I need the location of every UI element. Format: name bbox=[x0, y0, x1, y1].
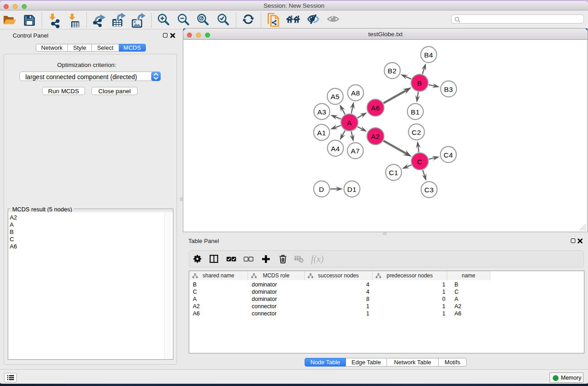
svg-text:C3: C3 bbox=[424, 186, 434, 194]
svg-text:A5: A5 bbox=[330, 93, 339, 100]
svg-text:A: A bbox=[347, 119, 352, 127]
svg-text:A2: A2 bbox=[371, 133, 380, 140]
svg-text:A7: A7 bbox=[351, 147, 360, 155]
svg-text:A3: A3 bbox=[317, 108, 326, 116]
svg-text:C1: C1 bbox=[389, 169, 398, 176]
svg-text:A8: A8 bbox=[351, 89, 360, 97]
svg-text:B4: B4 bbox=[424, 51, 433, 59]
svg-text:A4: A4 bbox=[331, 145, 340, 152]
svg-text:C2: C2 bbox=[411, 129, 421, 136]
svg-text:A6: A6 bbox=[371, 104, 380, 112]
svg-text:B2: B2 bbox=[387, 67, 397, 75]
svg-text:A1: A1 bbox=[317, 129, 326, 137]
svg-text:D: D bbox=[319, 186, 325, 193]
svg-text:B: B bbox=[417, 79, 422, 87]
svg-text:B3: B3 bbox=[444, 86, 453, 93]
svg-text:C: C bbox=[417, 158, 423, 166]
svg-text:C4: C4 bbox=[444, 151, 453, 159]
svg-text:B1: B1 bbox=[411, 108, 420, 116]
svg-text:D1: D1 bbox=[347, 186, 357, 193]
